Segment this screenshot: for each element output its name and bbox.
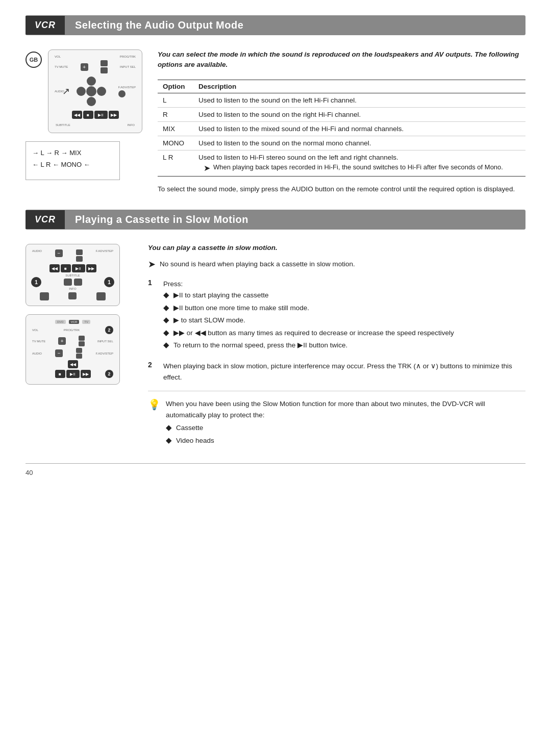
bullet-return-text: To return to the normal speed, press the… [173, 340, 347, 351]
tv-mute-r2: TV MUTE [32, 340, 45, 343]
play-r2[interactable]: ▶II [66, 370, 80, 378]
tip-icon: 💡 [148, 398, 161, 411]
table-row: L R Used to listen to Hi-Fi stereo sound… [158, 150, 525, 176]
nav-down[interactable] [87, 97, 96, 106]
stop-r2[interactable]: ■ [55, 370, 65, 378]
prog-down-btn[interactable] [101, 67, 108, 73]
bullet-return: ◆ To return to the normal speed, press t… [163, 340, 525, 351]
option-mix: MIX [158, 121, 193, 136]
bullet-still: ◆ ▶II button one more time to make still… [163, 303, 525, 314]
tip-bullet-cassette: ◆ Cassette [166, 422, 525, 434]
up-btn-sm[interactable] [76, 249, 83, 255]
num-circle-1-left: 1 [31, 277, 41, 287]
tv-mute-label: TV MUTE [55, 65, 68, 68]
desc-r: Used to listen to the sound on the right… [193, 107, 525, 121]
option-r: R [158, 107, 193, 121]
option-l: L [158, 93, 193, 107]
subtitle-sm-label: SUBTITLE [65, 274, 80, 277]
step-1-number: 1 [148, 279, 156, 352]
down-btn-sm[interactable] [76, 256, 83, 262]
subtitle-btn[interactable] [64, 279, 72, 286]
tip-content: When you have been using the Slow Motion… [166, 398, 525, 447]
section2-header: VCR Playing a Cassette in Slow Motion [26, 210, 525, 230]
step-2-content: When playing back in slow motion, pictur… [163, 361, 525, 383]
mode-row-2-text: ← L R ← MONO ← [32, 161, 90, 168]
bullet-slow-text: ▶ to start SLOW mode. [173, 315, 245, 326]
tip-text: When you have been using the Slow Motion… [166, 400, 485, 419]
prog-trk-label: PROG/TRK [120, 55, 136, 58]
mode-row-1-text: → L → R → MIX [32, 149, 81, 157]
audio-sm-label: AUDIO [32, 249, 42, 262]
minus-btn[interactable]: − [55, 249, 63, 257]
section1-header: VCR Selecting the Audio Output Mode [26, 15, 525, 35]
ff-r2[interactable]: ▶▶ [81, 370, 91, 378]
mode-row-2: ← L R ← MONO ← [32, 161, 113, 168]
bullet-diamond-4: ◆ [163, 327, 169, 338]
option-lr: L R [158, 150, 193, 176]
fadv-btn[interactable] [118, 90, 126, 97]
down3-r2[interactable] [76, 354, 82, 359]
prog-up-r2[interactable] [79, 336, 85, 341]
prog-down-r2[interactable] [79, 341, 85, 346]
desc-mono: Used to listen to the sound on the norma… [193, 136, 525, 150]
bullet-speed-text: ▶▶ or ◀◀ button as many times as require… [173, 327, 454, 339]
bullet-diamond-2: ◆ [163, 303, 169, 313]
section2-vcr-label: VCR [26, 210, 65, 229]
up-nav-btn[interactable] [68, 292, 77, 299]
step-2-number: 2 [148, 361, 156, 383]
ff-btn-2[interactable]: ▶▶ [86, 264, 96, 272]
col-description: Description [193, 80, 525, 93]
prog-trk-r2-label: PROG/TRK [64, 329, 80, 332]
ch-btn[interactable] [96, 292, 106, 300]
section2-content: AUDIO − F.ADV/STEP ◀◀ ■ ▶II ▶▶ 1 SUBTITL… [26, 244, 525, 448]
subtitle-label: SUBTITLE [56, 123, 70, 127]
remote-slow-motion-1: AUDIO − F.ADV/STEP ◀◀ ■ ▶II ▶▶ 1 SUBTITL… [26, 244, 120, 306]
info-label: INFO [128, 123, 135, 127]
table-row: L Used to listen to the sound on the lef… [158, 93, 525, 107]
play-pause-btn-2[interactable]: ▶II [72, 264, 85, 272]
tip-diamond-1: ◆ [166, 422, 172, 433]
vol-label: VOL [55, 55, 61, 58]
stop-btn-2[interactable]: ■ [61, 264, 71, 272]
section2-left-panel: AUDIO − F.ADV/STEP ◀◀ ■ ▶II ▶▶ 1 SUBTITL… [26, 244, 133, 448]
input-sel-label: INPUT SEL [120, 65, 136, 68]
step-2-text: When playing back in slow motion, pictur… [163, 362, 512, 381]
section1-left-panel: GB VOL PROG/TRK TV MUTE + [26, 49, 142, 194]
section1-intro: You can select the mode in which the sou… [158, 49, 525, 70]
section1-vcr-label: VCR [26, 16, 65, 35]
section1-title: Selecting the Audio Output Mode [65, 15, 254, 35]
section2-right-panel: You can play a cassette in slow motion. … [148, 244, 525, 448]
down2-r2[interactable] [76, 348, 82, 353]
step-1-press-label: Press: [163, 279, 525, 290]
vol-up-r2[interactable]: + [58, 337, 66, 345]
play-pause-btn[interactable]: ▶II [94, 111, 108, 119]
vol-r2-label: VOL [32, 329, 38, 332]
bullet-still-text: ▶II button one more time to make still m… [173, 303, 309, 314]
nav-right[interactable] [97, 87, 106, 96]
ff-btn[interactable]: ▶▶ [109, 111, 119, 119]
section1-right-panel: You can select the mode in which the sou… [158, 49, 525, 194]
rew-btn-2[interactable]: ◀◀ [49, 264, 60, 272]
bullet-play-text: ▶II to start playing the cassette [173, 290, 269, 301]
audio-instruction: To select the sound mode, simply press t… [158, 184, 525, 195]
info-btn[interactable] [74, 279, 82, 286]
stop-btn[interactable]: ■ [83, 111, 93, 119]
nav-up[interactable] [87, 77, 96, 86]
mode-diagram: → L → R → MIX ← L R ← MONO ← [26, 141, 120, 180]
options-table: Option Description L Used to listen to t… [158, 80, 525, 177]
rew-btn[interactable]: ◀◀ [72, 111, 82, 119]
prog-up-btn[interactable] [101, 60, 108, 66]
vol-up-btn[interactable]: + [81, 63, 88, 71]
slow-motion-heading: You can play a cassette in slow motion. [148, 244, 525, 251]
input-sel-r2: INPUT SEL [97, 340, 113, 343]
tip-box: 💡 When you have been using the Slow Moti… [148, 391, 525, 447]
menu-btn[interactable] [40, 292, 49, 300]
nav-center[interactable] [86, 86, 96, 96]
bullet-diamond-5: ◆ [163, 340, 169, 350]
num-circle-2-bottom: 2 [105, 370, 113, 378]
minus-r2[interactable]: − [55, 349, 63, 357]
page-footer: 40 [26, 463, 525, 476]
info-sm-label: INFO [69, 287, 76, 290]
rew-r2[interactable]: ◀◀ [68, 360, 78, 368]
nav-left[interactable] [77, 87, 86, 96]
